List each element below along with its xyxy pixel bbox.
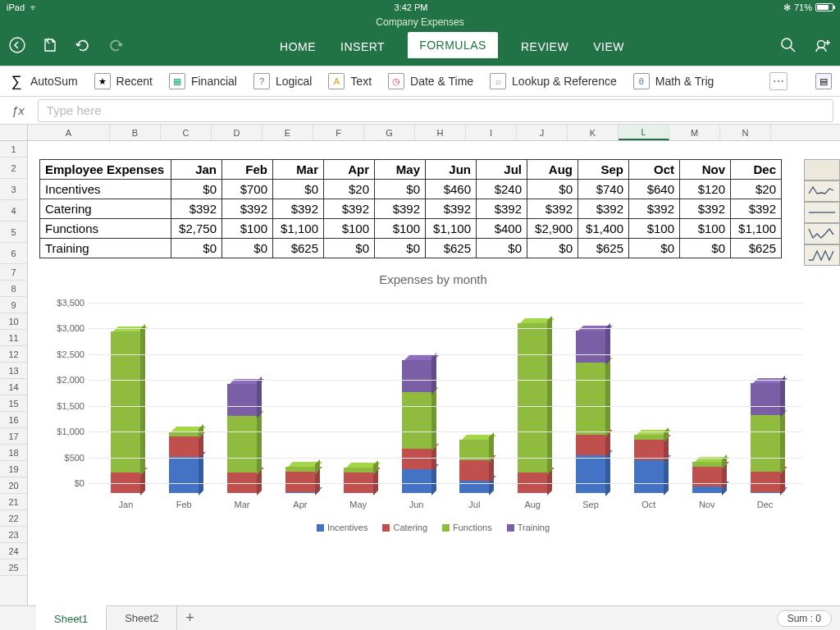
calculator-icon[interactable]: ▤ xyxy=(815,73,832,89)
row-header-10[interactable]: 10 xyxy=(0,313,27,330)
add-sheet-button[interactable]: + xyxy=(177,609,202,627)
tab-home[interactable]: HOME xyxy=(278,35,317,58)
chart-plot-area: JanFebMarAprMayJunJulAugSepOctNovDec $0$… xyxy=(89,294,802,508)
undo-icon[interactable] xyxy=(74,36,92,54)
app-header: Company Expenses HOME INSERT FORMULAS RE… xyxy=(0,15,840,66)
row-header-22[interactable]: 22 xyxy=(0,510,27,527)
tab-review[interactable]: REVIEW xyxy=(519,35,570,58)
row-header-20[interactable]: 20 xyxy=(0,477,27,494)
row-header-21[interactable]: 21 xyxy=(0,494,27,510)
row-header-2[interactable]: 2 xyxy=(0,158,27,179)
sheet-tab-1[interactable]: Sheet1 xyxy=(36,605,107,630)
row-header-23[interactable]: 23 xyxy=(0,527,27,543)
autosum-label: AutoSum xyxy=(30,75,78,88)
row-headers[interactable]: 1234567891011121314151617181920212223242… xyxy=(0,141,28,630)
chart-legend: Incentives Catering Functions Training xyxy=(39,523,827,532)
row-header-13[interactable]: 13 xyxy=(0,363,27,379)
row-header-19[interactable]: 19 xyxy=(0,461,27,477)
tab-insert[interactable]: INSERT xyxy=(339,35,386,58)
row-header-4[interactable]: 4 xyxy=(0,200,27,221)
expenses-table[interactable]: Employee ExpensesJanFebMarAprMayJunJulAu… xyxy=(39,159,782,258)
search-icon[interactable] xyxy=(779,36,797,54)
row-header-14[interactable]: 14 xyxy=(0,379,27,395)
formula-bar: ƒx xyxy=(0,97,840,125)
col-header-E[interactable]: E xyxy=(262,125,313,140)
financial-label: Financial xyxy=(191,75,237,88)
math-label: Math & Trig xyxy=(655,75,714,88)
row-header-17[interactable]: 17 xyxy=(0,428,27,445)
battery-percent: 71% xyxy=(794,2,812,12)
chart-title: Expenses by month xyxy=(39,269,827,286)
legend-training: Training xyxy=(518,523,550,532)
sparkline-header xyxy=(804,159,840,180)
row-header-1[interactable]: 1 xyxy=(0,141,27,158)
col-header-H[interactable]: H xyxy=(415,125,466,140)
datetime-label: Date & Time xyxy=(410,75,473,88)
col-header-K[interactable]: K xyxy=(568,125,619,140)
lookup-button[interactable]: ⌕Lookup & Reference xyxy=(490,73,617,89)
row-header-8[interactable]: 8 xyxy=(0,281,27,297)
row-header-6[interactable]: 6 xyxy=(0,243,27,264)
formula-input[interactable] xyxy=(38,99,833,122)
col-header-I[interactable]: I xyxy=(466,125,517,140)
sum-indicator[interactable]: Sum : 0 xyxy=(777,610,832,627)
row-header-24[interactable]: 24 xyxy=(0,543,27,559)
column-headers[interactable]: ABCDEFGHIJKLMN xyxy=(0,125,840,141)
row-header-3[interactable]: 3 xyxy=(0,179,27,200)
lookup-icon: ⌕ xyxy=(490,73,506,89)
star-icon: ★ xyxy=(94,73,111,89)
wifi-icon: ᯤ xyxy=(30,2,39,12)
col-header-J[interactable]: J xyxy=(517,125,568,140)
tab-view[interactable]: VIEW xyxy=(591,35,626,58)
col-header-G[interactable]: G xyxy=(364,125,415,140)
back-icon[interactable] xyxy=(8,36,26,54)
row-header-25[interactable]: 25 xyxy=(0,559,27,576)
spreadsheet-grid[interactable]: 1234567891011121314151617181920212223242… xyxy=(0,141,840,630)
row-header-11[interactable]: 11 xyxy=(0,330,27,346)
row-header-16[interactable]: 16 xyxy=(0,412,27,428)
col-header-F[interactable]: F xyxy=(313,125,364,140)
text-label: Text xyxy=(350,75,372,88)
col-header-D[interactable]: D xyxy=(212,125,262,140)
battery-icon xyxy=(815,3,833,11)
file-icon[interactable] xyxy=(41,36,59,54)
recent-button[interactable]: ★Recent xyxy=(94,73,153,89)
svg-point-1 xyxy=(782,39,792,48)
recent-label: Recent xyxy=(116,75,153,88)
row-header-15[interactable]: 15 xyxy=(0,395,27,412)
col-header-A[interactable]: A xyxy=(28,125,110,140)
expenses-chart[interactable]: Expenses by month JanFebMarAprMayJunJulA… xyxy=(39,269,827,548)
row-header-18[interactable]: 18 xyxy=(0,445,27,461)
col-header-C[interactable]: C xyxy=(161,125,212,140)
col-header-B[interactable]: B xyxy=(110,125,161,140)
financial-button[interactable]: ▦Financial xyxy=(169,73,237,89)
bluetooth-icon: ✻ xyxy=(783,2,791,13)
col-header-N[interactable]: N xyxy=(720,125,771,140)
sheet-tabs-bar: Sheet1 Sheet2 + Sum : 0 xyxy=(0,605,840,630)
row-header-12[interactable]: 12 xyxy=(0,346,27,363)
sparkline-training xyxy=(804,244,840,266)
row-header-7[interactable]: 7 xyxy=(0,264,27,281)
autosum-button[interactable]: ∑AutoSum xyxy=(8,73,78,89)
datetime-button[interactable]: ◷Date & Time xyxy=(388,73,473,89)
col-header-L[interactable]: L xyxy=(619,125,669,140)
svg-point-0 xyxy=(10,38,25,52)
financial-icon: ▦ xyxy=(169,73,185,89)
more-functions-button[interactable]: ⋯ xyxy=(769,72,788,90)
math-button[interactable]: θMath & Trig xyxy=(633,73,714,89)
row-header-5[interactable]: 5 xyxy=(0,221,27,243)
redo-icon[interactable] xyxy=(107,36,125,54)
tab-formulas[interactable]: FORMULAS xyxy=(408,32,498,58)
status-time: 3:42 PM xyxy=(39,2,783,12)
clock-icon: ◷ xyxy=(388,73,404,89)
share-icon[interactable] xyxy=(814,36,832,54)
text-a-icon: A xyxy=(328,73,345,89)
document-title: Company Expenses xyxy=(0,15,840,30)
text-button[interactable]: AText xyxy=(328,73,372,89)
logical-button[interactable]: ?Logical xyxy=(253,73,312,89)
status-bar: iPad ᯤ 3:42 PM ✻ 71% xyxy=(0,0,840,15)
question-icon: ? xyxy=(253,73,270,89)
col-header-M[interactable]: M xyxy=(669,125,720,140)
sheet-tab-2[interactable]: Sheet2 xyxy=(107,606,177,631)
row-header-9[interactable]: 9 xyxy=(0,297,27,313)
